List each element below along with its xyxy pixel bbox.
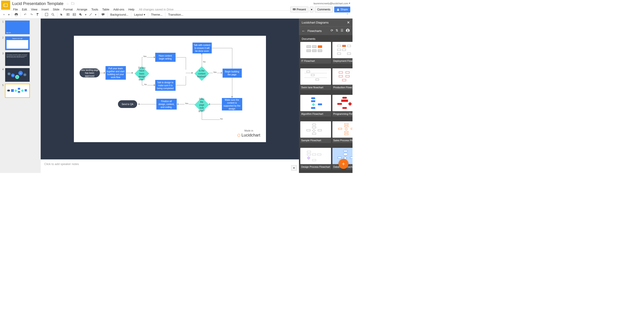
- theme-button[interactable]: Theme...: [150, 12, 164, 17]
- fit-icon[interactable]: [44, 12, 50, 18]
- slides-app-icon[interactable]: [1, 1, 10, 10]
- menu-help[interactable]: Help: [126, 7, 136, 12]
- svg-rect-73: [344, 126, 348, 127]
- flowchart-process[interactable]: Make sure the content is supported by th…: [222, 98, 242, 110]
- flowchart-process[interactable]: Finalize all design, content, and coding…: [156, 99, 177, 110]
- svg-rect-37: [312, 50, 316, 52]
- svg-marker-22: [102, 15, 103, 16]
- menu-view[interactable]: View: [29, 7, 39, 12]
- zoom-icon[interactable]: [50, 12, 56, 18]
- svg-rect-1: [4, 4, 4, 6]
- svg-rect-42: [337, 49, 341, 51]
- svg-text:+: +: [102, 13, 103, 15]
- flowchart-decision[interactable]: Do you have basic design done?: [134, 66, 149, 81]
- document-item[interactable]: Swim lane flowchart: [300, 68, 331, 93]
- document-item[interactable]: Production Flowchart: [332, 68, 352, 93]
- shape-dropdown[interactable]: ▾: [84, 12, 87, 18]
- new-slide-button[interactable]: ＋: [1, 12, 7, 18]
- flowchart-process[interactable]: Talk to design to make sure it is being …: [155, 80, 176, 91]
- svg-rect-60: [318, 103, 322, 105]
- menu-insert[interactable]: Insert: [40, 7, 50, 12]
- shape-icon[interactable]: [78, 12, 84, 18]
- present-dropdown[interactable]: ▾: [310, 7, 314, 13]
- present-button[interactable]: Present: [290, 7, 308, 13]
- slide-number: 4: [1, 68, 4, 82]
- document-item[interactable]: Sales Process Flowchart: [332, 121, 352, 146]
- comment-icon[interactable]: +: [100, 12, 106, 18]
- canvas-viewport[interactable]: New landing page has been approved Pull …: [41, 19, 299, 159]
- move-to-folder-icon[interactable]: [71, 2, 74, 6]
- svg-rect-61: [342, 97, 347, 99]
- flowchart-terminator-start[interactable]: New landing page has been approved: [80, 68, 100, 77]
- speaker-notes[interactable]: Click to add speaker notes ✦: [41, 159, 299, 173]
- textbox-icon[interactable]: T: [65, 12, 71, 18]
- svg-rect-55: [342, 79, 346, 81]
- line-dropdown[interactable]: ▾: [94, 12, 97, 18]
- slide-thumbnail[interactable]: Diagrams done right: [5, 36, 30, 50]
- document-item[interactable]: Sample Flowchart: [300, 121, 331, 146]
- document-title[interactable]: Lucid Presentation Template: [11, 1, 64, 7]
- slide-thumbnail[interactable]: "If I'm trying to recommend a solution, …: [5, 52, 30, 66]
- sort-icon[interactable]: ⇅: [336, 29, 338, 33]
- document-item[interactable]: IT Flowchart: [300, 42, 331, 67]
- flowchart-process[interactable]: Pull your team together and start buildi…: [106, 66, 126, 80]
- undo-icon[interactable]: ↶: [22, 12, 28, 18]
- edge-label: No: [144, 83, 148, 86]
- comments-button[interactable]: Comments: [315, 7, 333, 13]
- back-icon[interactable]: ←: [302, 29, 305, 33]
- svg-rect-41: [347, 45, 351, 47]
- print-icon[interactable]: [13, 12, 19, 18]
- account-icon[interactable]: [346, 29, 350, 33]
- add-diagram-fab[interactable]: +: [338, 159, 348, 169]
- svg-point-11: [52, 13, 54, 15]
- background-button[interactable]: Background...: [109, 12, 130, 17]
- line-icon[interactable]: [88, 12, 94, 18]
- explore-button[interactable]: ✦: [291, 165, 297, 171]
- menu-arrange[interactable]: Arrange: [75, 7, 89, 12]
- new-slide-dropdown[interactable]: ▾: [7, 12, 10, 18]
- slide-thumbnail[interactable]: 38% 45% 46% 63% 43%: [5, 68, 30, 82]
- svg-rect-68: [312, 129, 316, 132]
- menu-slide[interactable]: Slide: [51, 7, 61, 12]
- close-icon[interactable]: ✕: [347, 20, 350, 25]
- collapse-toolbar-icon[interactable]: ⌃: [344, 12, 350, 18]
- menu-addons[interactable]: Add-ons: [112, 7, 126, 12]
- flowchart-terminator-end[interactable]: Send to QA: [118, 100, 137, 108]
- list-view-icon[interactable]: ☰: [340, 29, 344, 33]
- flowchart-process[interactable]: Begin building the page: [222, 69, 242, 78]
- document-item[interactable]: Algorithm Flowchart: [300, 95, 331, 120]
- svg-rect-84: [312, 159, 316, 161]
- slide-canvas[interactable]: New landing page has been approved Pull …: [74, 36, 266, 142]
- slide-thumbnail[interactable]: [5, 84, 30, 98]
- flowchart-process[interactable]: Have content begin writing: [155, 53, 176, 62]
- document-item[interactable]: Programming Flowchart: [332, 95, 352, 120]
- svg-rect-63: [348, 102, 352, 106]
- menu-edit[interactable]: Edit: [20, 7, 29, 12]
- svg-rect-56: [311, 97, 315, 99]
- transition-button[interactable]: Transition...: [167, 12, 184, 17]
- svg-rect-36: [307, 50, 311, 52]
- svg-rect-24: [7, 90, 10, 91]
- slide-number: 1: [1, 20, 4, 34]
- document-item[interactable]: Deployment Flowchart: [332, 42, 352, 67]
- star-icon[interactable]: ☆: [66, 2, 69, 6]
- svg-rect-83: [307, 156, 310, 159]
- svg-rect-10: [45, 13, 48, 16]
- paint-format-icon[interactable]: [35, 12, 41, 18]
- flowchart-decision[interactable]: Is the content finished?: [194, 66, 209, 81]
- menu-format[interactable]: Format: [62, 7, 74, 12]
- menu-file[interactable]: File: [11, 7, 20, 12]
- svg-rect-71: [312, 133, 316, 134]
- select-tool-icon[interactable]: [59, 12, 65, 18]
- flowchart-decision[interactable]: Does the page look good?: [194, 97, 209, 112]
- slide-thumbnail[interactable]: ▣ Lucid: [5, 20, 30, 34]
- user-account[interactable]: laurenmcneely@lucidchart.com ▾: [314, 2, 350, 5]
- redo-icon[interactable]: ↷: [28, 12, 34, 18]
- menu-table[interactable]: Table: [100, 7, 111, 12]
- document-item[interactable]: Design Process Flowchart: [300, 148, 331, 173]
- refresh-icon[interactable]: ⟳: [330, 29, 333, 33]
- flowchart-process[interactable]: Talk with content to ensure it will be d…: [192, 43, 212, 53]
- menu-tools[interactable]: Tools: [90, 7, 100, 12]
- layout-button[interactable]: Layout ▾: [133, 12, 147, 17]
- image-icon[interactable]: [72, 12, 77, 18]
